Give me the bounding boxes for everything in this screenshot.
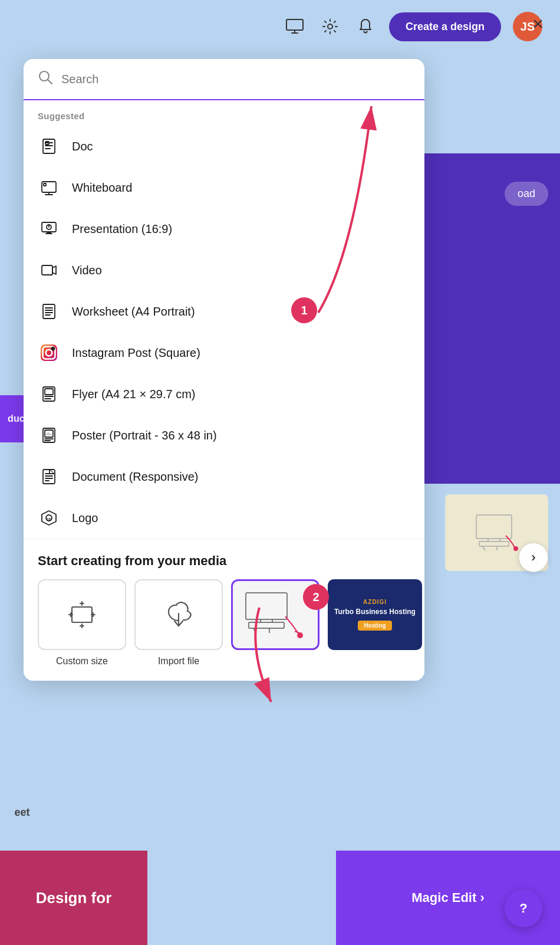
top-navigation: Create a design JS	[0, 0, 560, 53]
media-section-title: Start creating from your media	[38, 553, 410, 569]
svg-rect-45	[43, 470, 55, 484]
svg-rect-0	[286, 19, 303, 30]
worksheet-icon	[38, 300, 60, 323]
whiteboard-icon	[38, 176, 60, 199]
media-section: Start creating from your media	[24, 539, 424, 681]
create-design-dropdown: Suggested Doc Whiteboard	[24, 59, 424, 681]
svg-rect-53	[72, 607, 92, 622]
svg-rect-29	[43, 304, 55, 319]
bottom-left-card: Design for	[0, 851, 147, 945]
media-card-custom-size[interactable]: Custom size	[38, 579, 126, 667]
custom-size-label: Custom size	[56, 656, 108, 667]
document-icon	[38, 465, 60, 488]
settings-icon[interactable]	[318, 15, 342, 38]
search-container	[24, 59, 424, 100]
svg-point-35	[46, 350, 52, 356]
menu-item-presentation[interactable]: Presentation (16:9)	[24, 208, 424, 250]
menu-item-instagram[interactable]: Instagram Post (Square)	[24, 332, 424, 373]
media-grid: Custom size Import file	[38, 579, 410, 667]
notifications-icon[interactable]	[354, 15, 377, 38]
menu-item-poster-label: Poster (Portrait - 36 x 48 in)	[72, 429, 217, 442]
svg-rect-4	[476, 515, 512, 539]
custom-size-card-box	[38, 579, 126, 650]
media-card-import-file[interactable]: Import file	[134, 579, 223, 667]
menu-item-worksheet-label: Worksheet (A4 Portrait)	[72, 305, 195, 319]
svg-rect-28	[42, 265, 52, 275]
bottom-left-partial: eet	[0, 777, 44, 848]
flyer-icon	[38, 383, 60, 405]
menu-item-poster[interactable]: Poster (Portrait - 36 x 48 in)	[24, 415, 424, 456]
svg-line-8	[482, 546, 485, 550]
menu-item-doc-label: Doc	[72, 140, 93, 153]
menu-item-logo[interactable]: co Logo	[24, 497, 424, 539]
import-file-label: Import file	[158, 656, 199, 667]
poster-icon	[38, 424, 60, 447]
svg-rect-64	[249, 622, 284, 628]
search-input[interactable]	[61, 73, 410, 86]
menu-item-document-label: Document (Responsive)	[72, 470, 199, 484]
svg-line-14	[48, 80, 52, 84]
media-card-hosting-thumbnail[interactable]: AZDIGI Turbo Business Hosting Hosting	[328, 579, 422, 650]
menu-item-video-label: Video	[72, 264, 102, 277]
menu-item-doc[interactable]: Doc	[24, 126, 424, 167]
menu-item-video[interactable]: Video	[24, 250, 424, 291]
presentation-icon	[38, 218, 60, 240]
search-icon	[38, 70, 53, 88]
svg-rect-38	[45, 389, 53, 395]
svg-line-67	[253, 628, 256, 633]
menu-item-document[interactable]: Document (Responsive)	[24, 456, 424, 497]
import-file-card-box	[134, 579, 223, 650]
upload-button[interactable]: oad	[505, 182, 548, 206]
close-button[interactable]: ×	[532, 13, 543, 35]
monitor-icon[interactable]	[283, 15, 307, 38]
suggested-section-label: Suggested	[24, 100, 424, 126]
video-icon	[38, 259, 60, 281]
logo-icon: co	[38, 507, 60, 529]
annotation-badge-2: 2	[303, 584, 329, 610]
menu-item-whiteboard[interactable]: Whiteboard	[24, 167, 424, 208]
hosting-thumbnail-box: AZDIGI Turbo Business Hosting Hosting	[328, 579, 422, 650]
instagram-icon	[38, 342, 60, 364]
menu-item-instagram-label: Instagram Post (Square)	[72, 346, 200, 360]
svg-text:co: co	[47, 517, 51, 521]
doc-icon	[38, 135, 60, 158]
menu-item-worksheet[interactable]: Worksheet (A4 Portrait)	[24, 291, 424, 332]
menu-item-flyer[interactable]: Flyer (A4 21 × 29.7 cm)	[24, 373, 424, 415]
fab-button[interactable]: ?	[505, 890, 542, 927]
create-design-button[interactable]: Create a design	[389, 12, 501, 41]
svg-rect-5	[479, 542, 509, 546]
svg-point-10	[513, 546, 518, 551]
svg-rect-23	[44, 183, 46, 186]
svg-point-36	[52, 347, 54, 350]
carousel-next-button[interactable]: ›	[519, 543, 548, 572]
svg-rect-63	[246, 593, 287, 619]
menu-item-logo-label: Logo	[72, 511, 98, 525]
annotation-badge-1: 1	[291, 297, 317, 323]
menu-item-whiteboard-label: Whiteboard	[72, 181, 132, 195]
menu-item-presentation-label: Presentation (16:9)	[72, 222, 172, 236]
svg-point-3	[328, 24, 332, 29]
menu-item-flyer-label: Flyer (A4 21 × 29.7 cm)	[72, 388, 196, 401]
